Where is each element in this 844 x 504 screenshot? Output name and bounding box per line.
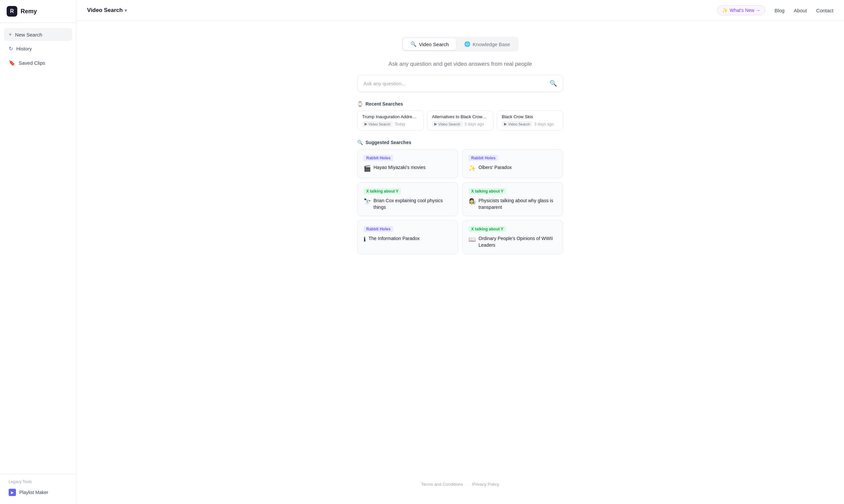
suggestion-card-4[interactable]: Rabbit Holes ℹ The Information Paradox <box>357 220 458 254</box>
blog-link[interactable]: Blog <box>775 7 785 13</box>
suggestion-text-1: Olbers' Paradox <box>479 164 512 171</box>
tab-bar: 🔍 Video Search 🌐 Knowledge Base <box>402 37 519 52</box>
plus-icon: + <box>8 32 12 37</box>
sidebar-footer: Legacy Tools ▶ Playlist Maker <box>0 474 76 504</box>
recent-card-meta-1: ▶ Video Search 3 days ago <box>432 121 488 127</box>
main: Video Search ▾ ✨ What's New → Blog About… <box>76 0 844 504</box>
meta-badge-1: ▶ Video Search <box>432 121 463 127</box>
recent-card-2[interactable]: Black Crow Skis ▶ Video Search 3 days ag… <box>497 111 563 130</box>
about-link[interactable]: About <box>794 7 807 13</box>
suggested-searches-label: Suggested Searches <box>365 140 411 145</box>
history-label: History <box>16 46 32 52</box>
suggestion-content-2: 🔭 Brian Cox explaining cool physics thin… <box>363 198 452 211</box>
suggestion-emoji-0: 🎬 <box>363 164 371 173</box>
suggestion-content-4: ℹ The Information Paradox <box>363 235 452 244</box>
suggestion-card-2[interactable]: X talking about Y 🔭 Brian Cox explaining… <box>357 182 458 216</box>
search-tab-icon: 🔍 <box>410 41 417 47</box>
saved-clips-label: Saved Clips <box>19 60 45 66</box>
whats-new-button[interactable]: ✨ What's New → <box>717 5 765 15</box>
suggestion-card-5[interactable]: X talking about Y 📖 Ordinary People's Op… <box>462 220 563 254</box>
video-search-badge-icon-0: ▶ <box>364 122 367 126</box>
knowledge-tab-icon: 🌐 <box>464 41 470 47</box>
suggestion-emoji-3: 👩‍🔬 <box>468 198 476 206</box>
playlist-icon: ▶ <box>8 489 16 496</box>
recent-card-title-0: Trump Inauguration Address... <box>362 114 419 119</box>
suggestion-tag-4: Rabbit Holes <box>363 226 393 232</box>
recent-card-title-1: Alternatives to Black Crows Miru... <box>432 114 488 119</box>
suggestion-content-1: ✨ Olbers' Paradox <box>468 164 557 173</box>
suggestion-content-5: 📖 Ordinary People's Opinions of WWII Lea… <box>468 235 557 248</box>
topnav-title: Video Search <box>87 7 123 14</box>
recent-card-time-0: Today <box>395 122 406 126</box>
whats-new-label: What's New → <box>730 7 760 13</box>
recent-searches-header: ⌚ Recent Searches <box>357 101 563 107</box>
logo-text: Remy <box>21 8 37 15</box>
chevron-down-icon: ▾ <box>125 7 127 13</box>
suggested-icon: 🔍 <box>357 140 363 145</box>
video-search-badge-label-0: Video Search <box>368 122 391 126</box>
suggestion-text-3: Physicists talking about why glass is tr… <box>479 198 557 211</box>
suggestion-card-1[interactable]: Rabbit Holes ✨ Olbers' Paradox <box>462 149 563 178</box>
sparkle-icon: ✨ <box>722 7 728 13</box>
suggestion-tag-0: Rabbit Holes <box>363 155 393 161</box>
contact-link[interactable]: Contact <box>816 7 833 13</box>
logo-icon: R <box>7 6 17 17</box>
recent-searches-list: Trump Inauguration Address... ▶ Video Se… <box>357 111 563 130</box>
suggested-searches-section: 🔍 Suggested Searches Rabbit Holes 🎬 Haya… <box>357 140 563 254</box>
topnav-title-area[interactable]: Video Search ▾ <box>87 7 127 14</box>
recent-card-1[interactable]: Alternatives to Black Crows Miru... ▶ Vi… <box>427 111 494 130</box>
recent-searches-icon: ⌚ <box>357 101 363 107</box>
search-input[interactable] <box>363 81 550 86</box>
suggested-grid: Rabbit Holes 🎬 Hayao Miyazaki's movies R… <box>357 149 563 254</box>
suggestion-tag-5: X talking about Y <box>468 226 506 232</box>
suggestion-card-3[interactable]: X talking about Y 👩‍🔬 Physicists talking… <box>462 182 563 216</box>
legacy-label: Legacy Tools <box>4 480 72 484</box>
recent-searches-label: Recent Searches <box>365 101 403 107</box>
tab-knowledge-base[interactable]: 🌐 Knowledge Base <box>457 38 518 50</box>
suggestion-card-0[interactable]: Rabbit Holes 🎬 Hayao Miyazaki's movies <box>357 149 458 178</box>
video-search-badge-label-2: Video Search <box>508 122 530 126</box>
suggestion-tag-3: X talking about Y <box>468 188 506 194</box>
recent-card-meta-0: ▶ Video Search Today <box>362 121 419 127</box>
tab-knowledge-base-label: Knowledge Base <box>473 41 511 47</box>
terms-link[interactable]: Terms and Conditions <box>421 482 463 487</box>
tab-video-search-label: Video Search <box>419 41 449 47</box>
suggestion-content-0: 🎬 Hayao Miyazaki's movies <box>363 164 452 173</box>
footer: Terms and Conditions · Privacy Policy <box>415 475 506 493</box>
video-search-badge-label-1: Video Search <box>438 122 460 126</box>
suggestion-text-0: Hayao Miyazaki's movies <box>374 164 426 171</box>
sidebar-item-new-search[interactable]: + New Search <box>4 28 72 41</box>
sidebar-nav: + New Search ↻ History 🔖 Saved Clips <box>0 23 76 474</box>
suggestion-content-3: 👩‍🔬 Physicists talking about why glass i… <box>468 198 557 211</box>
search-icon[interactable]: 🔍 <box>550 80 557 87</box>
suggestion-emoji-2: 🔭 <box>363 198 371 206</box>
content: 🔍 Video Search 🌐 Knowledge Base Ask any … <box>76 21 844 504</box>
footer-dot: · <box>467 482 468 487</box>
meta-badge-2: ▶ Video Search <box>502 121 532 127</box>
privacy-link[interactable]: Privacy Policy <box>472 482 499 487</box>
search-box: 🔍 <box>357 75 563 92</box>
suggestion-text-2: Brian Cox explaining cool physics things <box>374 198 452 211</box>
playlist-maker-label: Playlist Maker <box>19 490 48 495</box>
suggestion-tag-1: Rabbit Holes <box>468 155 498 161</box>
recent-searches-section: ⌚ Recent Searches Trump Inauguration Add… <box>357 101 563 130</box>
sidebar-item-history[interactable]: ↻ History <box>4 42 72 55</box>
topnav-right: ✨ What's New → Blog About Contact <box>717 5 833 15</box>
bookmark-icon: 🔖 <box>8 60 15 66</box>
recent-card-0[interactable]: Trump Inauguration Address... ▶ Video Se… <box>357 111 424 130</box>
sidebar-item-playlist-maker[interactable]: ▶ Playlist Maker <box>4 486 72 499</box>
tagline: Ask any question and get video answers f… <box>389 61 532 67</box>
suggested-searches-header: 🔍 Suggested Searches <box>357 140 563 145</box>
video-search-badge-icon-2: ▶ <box>504 122 507 126</box>
video-search-badge-icon-1: ▶ <box>434 122 437 126</box>
suggestion-text-4: The Information Paradox <box>368 235 420 242</box>
topnav: Video Search ▾ ✨ What's New → Blog About… <box>76 0 844 21</box>
suggestion-emoji-5: 📖 <box>468 235 476 244</box>
recent-card-time-1: 3 days ago <box>465 122 484 126</box>
sidebar-item-saved-clips[interactable]: 🔖 Saved Clips <box>4 56 72 69</box>
history-icon: ↻ <box>8 46 13 52</box>
suggestion-emoji-4: ℹ <box>363 235 366 244</box>
suggestion-emoji-1: ✨ <box>468 164 476 173</box>
tab-video-search[interactable]: 🔍 Video Search <box>403 38 456 50</box>
suggestion-text-5: Ordinary People's Opinions of WWII Leade… <box>479 235 557 248</box>
